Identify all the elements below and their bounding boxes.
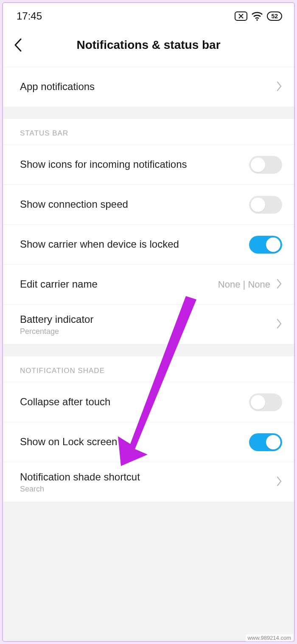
svg-point-1 bbox=[257, 19, 258, 21]
row-battery-indicator[interactable]: Battery indicator Percentage bbox=[3, 305, 294, 345]
row-value: None | None bbox=[218, 279, 270, 290]
row-label: Show carrier when device is locked bbox=[20, 237, 179, 251]
phone-frame: 17:45 52 Notifications & status bar App … bbox=[2, 2, 295, 642]
back-button[interactable] bbox=[13, 38, 34, 52]
row-show-carrier[interactable]: Show carrier when device is locked bbox=[3, 225, 294, 265]
toggle-show-speed[interactable] bbox=[249, 196, 282, 214]
row-label: Collapse after touch bbox=[20, 395, 110, 409]
row-sublabel: Percentage bbox=[20, 327, 93, 336]
row-label: Show connection speed bbox=[20, 198, 128, 211]
section-header-status-bar: STATUS BAR bbox=[3, 119, 294, 145]
toggle-collapse[interactable] bbox=[249, 393, 282, 411]
row-app-notifications[interactable]: App notifications bbox=[3, 67, 294, 107]
page-header: Notifications & status bar bbox=[3, 27, 294, 67]
section-gap bbox=[3, 107, 294, 119]
row-edit-carrier[interactable]: Edit carrier name None | None bbox=[3, 265, 294, 305]
wifi-icon bbox=[252, 11, 263, 21]
chevron-right-icon bbox=[276, 81, 282, 93]
battery-text: 52 bbox=[271, 13, 278, 20]
row-label: Notification shade shortcut bbox=[20, 470, 140, 484]
toggle-lockscreen[interactable] bbox=[249, 433, 282, 451]
row-collapse-after-touch[interactable]: Collapse after touch bbox=[3, 382, 294, 422]
row-label: App notifications bbox=[20, 80, 95, 93]
row-label: Show on Lock screen bbox=[20, 435, 117, 449]
toggle-show-carrier[interactable] bbox=[249, 236, 282, 254]
chevron-right-icon bbox=[276, 318, 282, 331]
status-time: 17:45 bbox=[17, 10, 42, 22]
row-show-on-lockscreen[interactable]: Show on Lock screen bbox=[3, 422, 294, 462]
row-show-speed[interactable]: Show connection speed bbox=[3, 185, 294, 225]
row-show-icons[interactable]: Show icons for incoming notifications bbox=[3, 145, 294, 185]
row-label: Show icons for incoming notifications bbox=[20, 158, 187, 171]
row-label: Battery indicator bbox=[20, 313, 93, 326]
row-sublabel: Search bbox=[20, 485, 140, 494]
watermark: www.989214.com bbox=[246, 634, 293, 641]
page-title: Notifications & status bar bbox=[3, 38, 294, 52]
row-label: Edit carrier name bbox=[20, 277, 98, 291]
battery-icon: 52 bbox=[267, 11, 282, 21]
sim-off-icon bbox=[235, 11, 247, 21]
section-gap bbox=[3, 345, 294, 356]
status-bar: 17:45 52 bbox=[3, 3, 294, 27]
chevron-right-icon bbox=[276, 476, 282, 489]
empty-space bbox=[3, 502, 294, 642]
chevron-right-icon bbox=[276, 278, 282, 291]
row-notification-shade-shortcut[interactable]: Notification shade shortcut Search bbox=[3, 462, 294, 502]
status-icons: 52 bbox=[235, 11, 282, 21]
toggle-show-icons[interactable] bbox=[249, 156, 282, 174]
section-header-notification-shade: NOTIFICATION SHADE bbox=[3, 356, 294, 382]
